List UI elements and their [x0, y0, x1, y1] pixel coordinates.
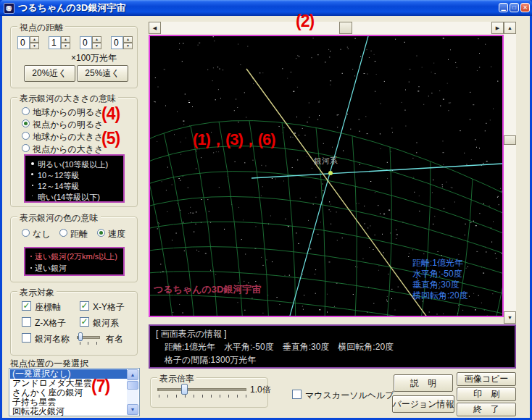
star-size-dot: [31, 173, 33, 175]
legend-bright: 明るい(10等級以上): [38, 159, 108, 170]
star-size-dot: [32, 185, 33, 186]
radio-selected-dot: [99, 231, 103, 235]
list-item[interactable]: 回転花火銀河: [10, 407, 127, 416]
scroll-right-icon[interactable]: ▶: [491, 22, 504, 34]
spin-down-icon[interactable]: ▼: [123, 43, 133, 49]
checkbox-zx-grid[interactable]: [22, 317, 31, 327]
info-title: [ 画面表示の情報 ]: [156, 328, 227, 340]
listbox-scrollbar[interactable]: ▲ ▼: [127, 369, 138, 415]
famous-label: 有名: [106, 333, 123, 345]
radio-brightness-from-earth-label: 地球からの明るさ: [33, 106, 103, 119]
slider-tick: [220, 395, 220, 398]
zoom-title: 表示倍率: [157, 373, 196, 385]
list-item[interactable]: 子持ち星雲: [10, 398, 127, 407]
spin-up-icon[interactable]: ▲: [30, 36, 39, 43]
view-hscrollbar[interactable]: [149, 22, 504, 34]
checkbox-milky-way-label: 銀河系: [93, 317, 119, 329]
hud-horizontal-angle: 水平角:-50度: [412, 269, 468, 280]
radio-selected-dot: [24, 122, 28, 125]
slider-tick: [185, 395, 186, 398]
scroll-up-icon[interactable]: ▲: [504, 22, 516, 34]
checkbox-milky-way[interactable]: ✓: [80, 317, 89, 327]
radio-color-distance-label: 距離: [70, 228, 88, 240]
checkbox-mouse-help-label: マウスカーソルヘルプ: [305, 390, 394, 402]
radio-brightness-from-viewpoint[interactable]: [22, 119, 30, 127]
radio-size-from-viewpoint[interactable]: [22, 144, 30, 152]
screen-info-panel: [ 画面表示の情報 ] 距離:1億光年 水平角:-50度 垂直角:30度 横回転…: [149, 324, 516, 369]
print-button[interactable]: 印 刷: [457, 387, 516, 401]
checkbox-xy-grid[interactable]: ✓: [80, 301, 89, 311]
view-vscrollbar[interactable]: [504, 22, 516, 324]
distance-digit-3-spinner[interactable]: ▲▼: [123, 36, 133, 49]
app-icon: ֍: [4, 3, 14, 14]
scroll-up-icon[interactable]: ▲: [127, 369, 138, 380]
display-targets-title: 表示対象: [17, 287, 57, 299]
info-line-grid: 格子の間隔:1300万光年: [165, 354, 256, 366]
famous-slider-thumb[interactable]: [78, 332, 83, 341]
slider-tick: [88, 342, 88, 345]
checkbox-xy-grid-label: X-Y格子: [93, 301, 125, 314]
legend-mag-10-12: 10～12等級: [38, 170, 79, 181]
galaxy-3d-view[interactable]: 銀河系 つるちゃんの3D銀河宇宙 距離:1億光年 水平角:-50度 垂直角:30…: [149, 35, 504, 317]
radio-color-distance[interactable]: [59, 229, 67, 237]
zoom-slider[interactable]: [157, 388, 246, 391]
milky-way-label: 銀河系: [314, 156, 338, 167]
scroll-left-icon[interactable]: ◀: [149, 22, 161, 34]
distance-digit-3-field[interactable]: 0: [111, 36, 123, 49]
title-bar: ֍ つるちゃんの3D銀河宇宙: [0, 0, 532, 16]
annotation-5: (5): [101, 129, 120, 148]
distance-digit-2-field[interactable]: 0: [80, 36, 92, 49]
spin-down-icon[interactable]: ▼: [61, 43, 70, 49]
view-vscroll-thumb[interactable]: [504, 135, 516, 145]
hud-vertical-angle: 垂直角:30度: [412, 280, 468, 290]
star-size-dot: [32, 196, 33, 196]
distance-digit-0-field[interactable]: 0: [17, 36, 30, 49]
scroll-down-icon[interactable]: ▼: [127, 404, 138, 415]
radio-brightness-from-earth[interactable]: [22, 107, 30, 115]
checkbox-coordinate-axes[interactable]: ✓: [22, 301, 31, 311]
radio-color-speed[interactable]: [97, 229, 105, 237]
radio-size-from-earth-label: 地球からの大きさ: [33, 131, 103, 143]
zoom-slider-thumb[interactable]: [181, 384, 188, 395]
legend-dim: 暗い(14等級以下): [38, 192, 100, 203]
quit-button[interactable]: 終 了: [457, 403, 516, 416]
slider-tick: [246, 395, 246, 398]
listbox-scroll-thumb[interactable]: [127, 381, 138, 390]
maximize-button[interactable]: □: [510, 3, 519, 12]
slider-tick: [228, 395, 229, 398]
slider-tick: [167, 395, 168, 398]
spin-up-icon[interactable]: ▲: [61, 36, 70, 43]
scroll-down-icon[interactable]: ▼: [504, 311, 516, 324]
spin-down-icon[interactable]: ▼: [92, 43, 101, 49]
annotation-1-3-6: (1)，(3)，(6): [193, 129, 275, 151]
close-button[interactable]: ✕: [520, 3, 530, 12]
distance-digit-2-spinner[interactable]: ▲▼: [92, 36, 101, 49]
annotation-2: (2): [296, 12, 314, 31]
distance-digit-1-field[interactable]: 1: [49, 36, 61, 49]
legend-mag-12-14: 12～14等級: [38, 181, 79, 192]
slider-tick: [176, 395, 177, 398]
spin-up-icon[interactable]: ▲: [92, 36, 101, 43]
hud-distance: 距離:1億光年: [412, 258, 468, 269]
view-watermark: つるちゃんの3D銀河宇宙: [154, 283, 261, 296]
spin-up-icon[interactable]: ▲: [123, 36, 133, 43]
version-info-button[interactable]: バージョン情報: [392, 395, 454, 413]
radio-size-from-earth[interactable]: [22, 132, 30, 140]
distance-digit-1-spinner[interactable]: ▲▼: [61, 36, 70, 49]
closer-20-button[interactable]: 20%近く: [24, 65, 75, 82]
checkbox-mouse-help[interactable]: [292, 390, 302, 399]
farther-25-button[interactable]: 25%遠く: [77, 65, 128, 82]
image-copy-button[interactable]: 画像コピー: [457, 372, 516, 386]
checkbox-zx-grid-label: Z-X格子: [35, 317, 66, 329]
distance-digit-0-spinner[interactable]: ▲▼: [30, 36, 39, 49]
checkbox-galaxy-names[interactable]: [22, 333, 31, 343]
legend-fast-galaxy: 速い銀河(2万km/s以上): [35, 251, 117, 262]
radio-color-none[interactable]: [22, 229, 30, 237]
info-line-angles: 距離:1億光年 水平角:-50度 垂直角:30度 横回転角:20度: [165, 341, 394, 353]
hud-rotation-angle: 横回転角:20度: [412, 290, 468, 301]
explain-button[interactable]: 説 明: [394, 374, 453, 392]
minimize-button[interactable]: ▁: [499, 3, 508, 12]
view-hscroll-thumb[interactable]: [339, 22, 352, 34]
spin-down-icon[interactable]: ▼: [30, 43, 39, 49]
distance-unit-label: ×100万光年: [71, 52, 117, 64]
